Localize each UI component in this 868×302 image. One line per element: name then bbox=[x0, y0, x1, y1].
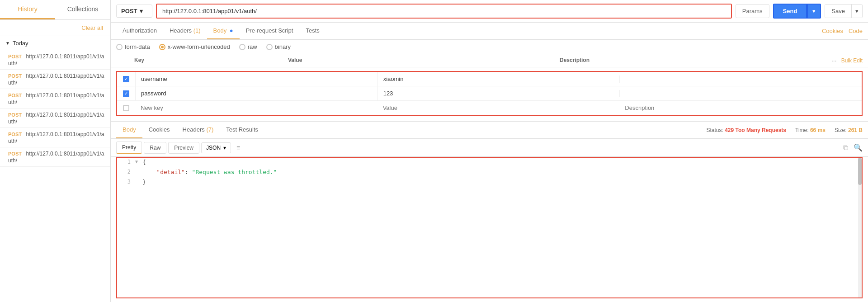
method-select[interactable]: POST ▾ bbox=[116, 5, 152, 18]
url-input[interactable] bbox=[157, 5, 731, 18]
history-item-3-url: http://127.0.0.1:8011/app01/v1/auth/ bbox=[8, 92, 104, 105]
new-key-row bbox=[117, 101, 862, 115]
radio-form-data-dot bbox=[116, 44, 123, 50]
bulk-edit-link[interactable]: Bulk Edit bbox=[841, 57, 863, 64]
cookies-link[interactable]: Cookies bbox=[822, 23, 843, 39]
code-line-1: 1 ▼ { bbox=[117, 158, 862, 168]
clear-all-link[interactable]: Clear all bbox=[81, 24, 103, 31]
json-key-detail: "detail" bbox=[156, 169, 185, 175]
search-response-icon[interactable]: 🔍 bbox=[854, 143, 863, 152]
res-tab-headers[interactable]: Headers (7) bbox=[176, 122, 220, 138]
copy-response-icon[interactable]: ⧉ bbox=[843, 144, 848, 152]
filter-icon[interactable]: ≡ bbox=[236, 144, 240, 151]
res-tab-body[interactable]: Body bbox=[116, 122, 142, 138]
radio-binary[interactable]: binary bbox=[266, 43, 291, 50]
history-item-2[interactable]: POST http://127.0.0.1:8011/app01/v1/auth… bbox=[0, 70, 110, 89]
history-item-3[interactable]: POST http://127.0.0.1:8011/app01/v1/auth… bbox=[0, 89, 110, 109]
row-1-description[interactable] bbox=[619, 76, 862, 83]
send-dropdown-button[interactable]: ▾ bbox=[807, 4, 821, 19]
save-dropdown-button[interactable]: ▾ bbox=[851, 5, 862, 18]
tab-pre-request[interactable]: Pre-request Script bbox=[240, 23, 300, 39]
tab-body-dot: ● bbox=[230, 27, 233, 34]
send-button[interactable]: Send bbox=[773, 4, 807, 19]
new-row-checkbox[interactable] bbox=[123, 105, 129, 111]
history-item-6-method: POST bbox=[8, 151, 22, 156]
history-item-2-url: http://127.0.0.1:8011/app01/v1/auth/ bbox=[8, 73, 104, 86]
tab-headers-label: Headers bbox=[170, 27, 192, 34]
more-options-icon[interactable]: ··· bbox=[831, 57, 837, 64]
scrollbar-thumb[interactable] bbox=[858, 158, 862, 185]
response-tabs: Body Cookies Headers (7) Test Results St… bbox=[111, 122, 868, 139]
line-toggle-3 bbox=[135, 178, 142, 179]
today-label: Today bbox=[13, 40, 28, 47]
row-2-checkbox[interactable] bbox=[123, 90, 129, 97]
format-pretty-button[interactable]: Pretty bbox=[116, 142, 142, 154]
row-2-description[interactable] bbox=[619, 90, 862, 97]
tab-collections[interactable]: Collections bbox=[55, 0, 110, 19]
params-button[interactable]: Params bbox=[736, 4, 769, 18]
history-item-1-url: http://127.0.0.1:8011/app01/v1/auth/ bbox=[8, 53, 104, 66]
tab-body[interactable]: Body ● bbox=[207, 23, 240, 39]
row-1-checkbox[interactable] bbox=[123, 76, 129, 82]
save-button[interactable]: Save bbox=[825, 5, 851, 18]
tab-authorization[interactable]: Authorization bbox=[116, 23, 163, 39]
code-link[interactable]: Code bbox=[849, 23, 863, 39]
history-item-1[interactable]: POST http://127.0.0.1:8011/app01/v1/auth… bbox=[0, 50, 110, 70]
line-toggle-1[interactable]: ▼ bbox=[135, 158, 142, 164]
tab-headers-count: (1) bbox=[193, 27, 201, 34]
request-body-table-container: username xiaomin password 123 bbox=[111, 67, 868, 121]
response-status-bar: Status: 429 Too Many Requests Time: 66 m… bbox=[706, 127, 863, 133]
response-format-bar: Pretty Raw Preview JSON ▾ ≡ ⧉ 🔍 bbox=[111, 139, 868, 157]
new-key-input[interactable] bbox=[135, 101, 377, 115]
history-item-5[interactable]: POST http://127.0.0.1:8011/app01/v1/auth… bbox=[0, 128, 110, 147]
format-json-chevron-icon: ▾ bbox=[223, 145, 226, 151]
new-description-input[interactable] bbox=[619, 101, 862, 115]
radio-urlencoded-dot bbox=[159, 44, 165, 50]
format-raw-button[interactable]: Raw bbox=[144, 142, 166, 154]
time-value: 66 ms bbox=[810, 127, 826, 133]
radio-urlencoded[interactable]: x-www-form-urlencoded bbox=[159, 43, 230, 50]
main-panel: POST ▾ Params Send ▾ Save ▾ Authorizatio… bbox=[111, 0, 868, 302]
res-tab-cookies[interactable]: Cookies bbox=[142, 122, 176, 138]
format-json-label: JSON bbox=[206, 145, 221, 151]
line-content-2: "detail": "Request was throttled." bbox=[142, 168, 277, 176]
history-item-5-method: POST bbox=[8, 132, 22, 137]
row-2-checkbox-cell bbox=[117, 87, 135, 100]
line-toggle-2 bbox=[135, 168, 142, 169]
history-item-2-method: POST bbox=[8, 73, 22, 79]
row-1-key[interactable]: username bbox=[135, 72, 377, 86]
radio-urlencoded-label: x-www-form-urlencoded bbox=[168, 43, 230, 50]
line-num-1: 1 bbox=[117, 158, 135, 166]
code-line-3: 3 } bbox=[117, 178, 862, 188]
line-num-3: 3 bbox=[117, 178, 135, 186]
history-item-5-url: http://127.0.0.1:8011/app01/v1/auth/ bbox=[8, 131, 104, 144]
format-json-select[interactable]: JSON ▾ bbox=[201, 142, 231, 153]
new-desc-cell bbox=[619, 101, 862, 115]
save-arrow-icon: ▾ bbox=[855, 8, 859, 14]
method-chevron-icon: ▾ bbox=[140, 8, 143, 14]
sidebar: History Collections Clear all ▼ Today PO… bbox=[0, 0, 111, 302]
history-item-4-url: http://127.0.0.1:8011/app01/v1/auth/ bbox=[8, 112, 104, 125]
method-label: POST bbox=[121, 8, 137, 14]
time-label: Time: 66 ms bbox=[795, 127, 826, 133]
status-label: Status: 429 Too Many Requests bbox=[706, 127, 786, 133]
res-tab-test-results[interactable]: Test Results bbox=[220, 122, 264, 138]
row-2-value[interactable]: 123 bbox=[377, 86, 620, 100]
history-item-4[interactable]: POST http://127.0.0.1:8011/app01/v1/auth… bbox=[0, 109, 110, 128]
tab-headers[interactable]: Headers (1) bbox=[163, 23, 207, 39]
row-1-value[interactable]: xiaomin bbox=[377, 72, 620, 86]
size-value: 261 B bbox=[848, 127, 863, 133]
request-tab-right-actions: Cookies Code bbox=[822, 23, 863, 39]
history-item-6[interactable]: POST http://127.0.0.1:8011/app01/v1/auth… bbox=[0, 147, 110, 167]
new-value-input[interactable] bbox=[377, 101, 620, 115]
line-content-1: { bbox=[142, 158, 146, 166]
tab-tests[interactable]: Tests bbox=[299, 23, 326, 39]
tab-history[interactable]: History bbox=[0, 0, 55, 19]
send-arrow-icon: ▾ bbox=[812, 8, 816, 14]
format-preview-button[interactable]: Preview bbox=[168, 142, 199, 154]
radio-form-data[interactable]: form-data bbox=[116, 43, 150, 50]
table-row-2: password 123 bbox=[117, 86, 862, 101]
send-button-group: Send ▾ bbox=[773, 4, 821, 19]
row-2-key[interactable]: password bbox=[135, 86, 377, 100]
radio-raw[interactable]: raw bbox=[239, 43, 257, 50]
